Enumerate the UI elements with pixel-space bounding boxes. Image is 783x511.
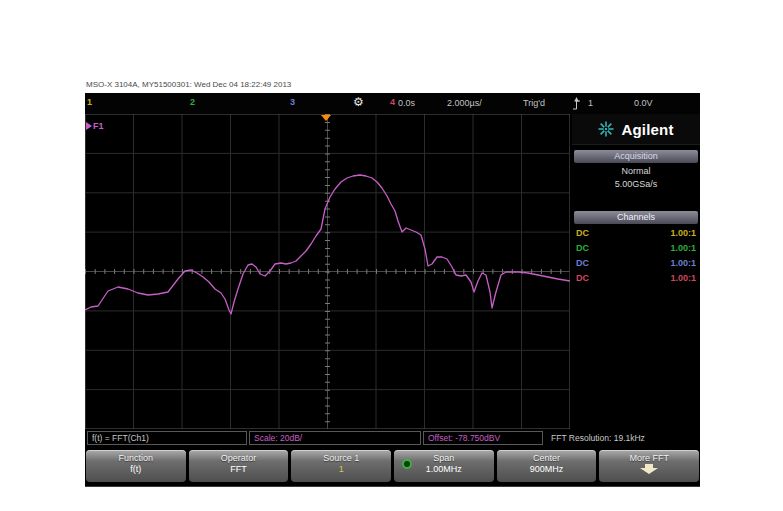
softkey-bar: Functionf(t)OperatorFFTSource 11Span1.00…	[85, 448, 700, 487]
softkey-value: 900MHz	[497, 464, 597, 474]
function-definition: f(t) = FFT(Ch1)	[87, 431, 247, 445]
channel-probe-ratio: 1.00:1	[670, 241, 696, 256]
screenshot-page: MSO-X 3104A, MY51500301: Wed Dec 04 18:2…	[0, 0, 783, 511]
fft-offset: Offset: -78.750dBV	[423, 431, 543, 445]
down-arrow-icon	[638, 464, 660, 474]
sidebar: Agilent Acquisition Normal 5.00GSa/s Cha…	[572, 114, 700, 429]
softkey-label: Source 1	[291, 453, 391, 463]
acquisition-panel-header[interactable]: Acquisition	[574, 150, 698, 163]
brand-name: Agilent	[621, 121, 673, 138]
channel-row: DC1.00:1	[572, 226, 700, 241]
channel-probe-ratio: 1.00:1	[670, 226, 696, 241]
channel-probe-ratio: 1.00:1	[670, 271, 696, 286]
f1-label: F1	[93, 121, 104, 131]
trigger-status: Trig'd	[523, 98, 545, 108]
softkey-label: Function	[86, 453, 186, 463]
softkey-label: Operator	[189, 453, 289, 463]
capture-title-line: MSO-X 3104A, MY51500301: Wed Dec 04 18:2…	[86, 80, 291, 89]
channel-row: DC1.00:1	[572, 271, 700, 286]
f1-reference-marker: F1	[86, 121, 104, 131]
softkey-value: FFT	[189, 464, 289, 474]
channel-4-indicator[interactable]: 4	[390, 97, 395, 107]
channel-3-indicator[interactable]: 3	[290, 97, 295, 107]
softkey-value: f(t)	[86, 464, 186, 474]
softkey-operator[interactable]: OperatorFFT	[189, 450, 289, 482]
status-bar: 1234 ⚙ 0.0s 2.000µs/ Trig'd 1 0.0V	[85, 93, 700, 114]
channels-panel-header[interactable]: Channels	[574, 211, 698, 224]
horizontal-delay: 0.0s	[398, 98, 415, 108]
waveform-display-area: F1	[85, 114, 570, 429]
channel-row: DC1.00:1	[572, 241, 700, 256]
menu-gear-icon[interactable]: ⚙	[353, 95, 364, 109]
fft-trace	[85, 114, 570, 429]
acquisition-mode: Normal	[572, 166, 700, 176]
softkey-label: More FFT	[599, 453, 699, 463]
channel-coupling: DC	[576, 226, 589, 241]
sample-rate: 5.00GSa/s	[572, 179, 700, 189]
softkey-function[interactable]: Functionf(t)	[86, 450, 186, 482]
channels-rows: DC1.00:1DC1.00:1DC1.00:1DC1.00:1	[572, 226, 700, 286]
oscilloscope-screen: 1234 ⚙ 0.0s 2.000µs/ Trig'd 1 0.0V F1	[85, 93, 700, 487]
softkey-center[interactable]: Center900MHz	[497, 450, 597, 482]
measurement-bar: f(t) = FFT(Ch1) Scale: 20dB/ Offset: -78…	[85, 429, 700, 447]
trigger-level: 0.0V	[634, 98, 653, 108]
brand-row: Agilent	[572, 114, 700, 145]
fft-resolution: FFT Resolution: 19.1kHz	[551, 433, 645, 443]
softkey-more-fft[interactable]: More FFT	[599, 450, 699, 482]
fft-scale: Scale: 20dB/	[249, 431, 421, 445]
softkey-value: 1	[291, 464, 391, 474]
softkey-span[interactable]: Span1.00MHz	[394, 450, 494, 482]
softkey-source-1[interactable]: Source 11	[291, 450, 391, 482]
timebase-setting: 2.000µs/	[447, 98, 482, 108]
agilent-spark-icon	[598, 121, 614, 137]
edge-trigger-icon	[572, 97, 581, 112]
channel-row: DC1.00:1	[572, 256, 700, 271]
softkey-value	[599, 464, 699, 476]
softkey-label: Center	[497, 453, 597, 463]
channel-coupling: DC	[576, 271, 589, 286]
channel-2-indicator[interactable]: 2	[190, 97, 195, 107]
f1-arrow-icon	[86, 122, 92, 130]
channel-1-indicator[interactable]: 1	[87, 97, 92, 107]
channel-probe-ratio: 1.00:1	[670, 256, 696, 271]
rotary-knob-icon	[402, 459, 412, 469]
channel-coupling: DC	[576, 256, 589, 271]
trigger-time-marker-icon	[321, 115, 331, 121]
trigger-source: 1	[588, 98, 593, 108]
channel-coupling: DC	[576, 241, 589, 256]
